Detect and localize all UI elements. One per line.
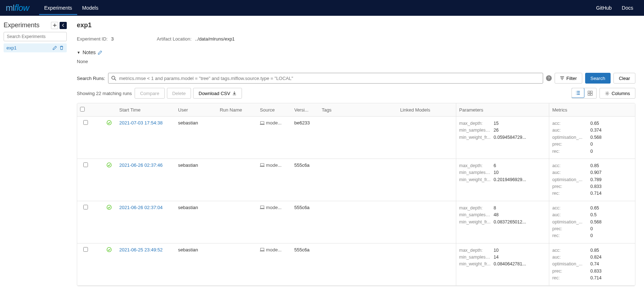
col-user[interactable]: User (175, 103, 217, 117)
svg-point-8 (107, 163, 111, 167)
metric-key: rec: (552, 148, 588, 155)
run-start-time-link[interactable]: 2021-07-03 17:54:38 (119, 120, 163, 126)
metric-value: 0 (590, 148, 593, 155)
edit-icon[interactable] (52, 46, 57, 50)
search-button[interactable]: Search (585, 73, 611, 84)
runs-table: Start Time User Run Name Source Versi...… (77, 103, 635, 286)
metric-key: optimisation_... (552, 219, 588, 226)
metric-key: optimisation_... (552, 134, 588, 141)
metric-value: 0 (590, 226, 593, 232)
artifact-location-label: Artifact Location: (157, 36, 192, 42)
metric-key: auc: (552, 169, 588, 176)
svg-point-0 (112, 76, 115, 79)
collapse-sidebar-button[interactable] (60, 22, 67, 29)
laptop-icon (260, 248, 265, 251)
select-row-checkbox[interactable] (83, 247, 88, 252)
nav-github[interactable]: GitHub (591, 1, 617, 15)
metric-value: 0.85 (590, 247, 599, 254)
table-row: 2021-06-26 02:37:04 sebastian mode... 55… (77, 201, 635, 243)
metric-key: prec: (552, 183, 588, 190)
select-row-checkbox[interactable] (83, 205, 88, 209)
param-value: 48 (494, 212, 499, 218)
clear-button[interactable]: Clear (613, 73, 635, 84)
table-row: 2021-07-03 17:54:38 sebastian mode... be… (77, 117, 635, 159)
run-user: sebastian (175, 201, 217, 243)
run-metrics: acc:0.85auc:0.824optimisation_...0.74pre… (552, 247, 632, 282)
metric-value: 0.568 (590, 134, 601, 141)
param-key: min_weight_fr... (459, 219, 491, 226)
run-version: 555c6a (291, 159, 319, 201)
logo-flow: flow (14, 3, 29, 13)
mlflow-logo[interactable]: mlflow (6, 3, 29, 13)
run-linked-models (397, 159, 456, 201)
search-runs-box[interactable] (108, 73, 543, 84)
param-key: min_weight_fr... (459, 176, 491, 183)
download-csv-button[interactable]: Download CSV (193, 88, 242, 99)
notes-toggle[interactable]: ▼ Notes (77, 49, 635, 55)
run-version: 555c6a (291, 201, 319, 243)
col-version[interactable]: Versi... (291, 103, 319, 117)
col-tags[interactable]: Tags (319, 103, 397, 117)
plus-icon (53, 23, 57, 27)
laptop-icon (260, 205, 265, 209)
select-all-checkbox[interactable] (80, 107, 85, 112)
nav-docs[interactable]: Docs (617, 1, 638, 15)
nav-experiments[interactable]: Experiments (39, 1, 77, 15)
search-experiments-input[interactable] (4, 32, 67, 41)
search-runs-label: Search Runs: (77, 76, 105, 81)
sidebar-item-label: exp1 (6, 45, 17, 51)
caret-down-icon: ▼ (77, 51, 80, 55)
metric-value: 0.833 (590, 268, 601, 275)
param-value: 0.2019496929... (494, 176, 526, 183)
run-source: mode... (260, 120, 289, 126)
filter-button[interactable]: Filter (555, 73, 582, 84)
status-ok-icon (107, 248, 112, 253)
run-metrics: acc:0.65auc:0.5optimisation_...0.568prec… (552, 205, 632, 240)
delete-icon[interactable] (59, 46, 64, 50)
add-experiment-button[interactable] (51, 22, 58, 29)
run-linked-models (397, 243, 456, 285)
table-row: 2021-06-25 23:49:52 sebastian mode... 55… (77, 243, 635, 285)
run-tags (319, 117, 397, 159)
svg-rect-1 (588, 91, 590, 93)
svg-point-12 (107, 247, 111, 252)
metric-value: 0.714 (590, 190, 601, 197)
metric-key: prec: (552, 141, 588, 148)
metric-key: acc: (552, 162, 588, 169)
compare-button[interactable]: Compare (135, 88, 164, 99)
metric-value: 0.374 (590, 127, 601, 134)
run-start-time-link[interactable]: 2021-06-25 23:49:52 (119, 247, 163, 252)
col-run-name[interactable]: Run Name (217, 103, 257, 117)
select-row-checkbox[interactable] (83, 162, 88, 167)
delete-button[interactable]: Delete (167, 88, 191, 99)
edit-notes-icon[interactable] (98, 50, 102, 55)
artifact-location-value: ../data/mlruns/exp1 (195, 36, 235, 42)
status-ok-icon (107, 205, 112, 211)
svg-rect-7 (261, 121, 264, 124)
col-parameters[interactable]: Parameters (456, 103, 549, 117)
grid-view-button[interactable] (584, 88, 596, 98)
svg-rect-4 (591, 94, 592, 95)
select-row-checkbox[interactable] (83, 120, 88, 125)
col-source[interactable]: Source (257, 103, 291, 117)
search-runs-input[interactable] (119, 76, 540, 81)
param-key: min_samples_l... (459, 212, 491, 218)
run-source: mode... (260, 247, 289, 252)
col-metrics[interactable]: Metrics (549, 103, 635, 117)
svg-rect-9 (261, 164, 264, 166)
sidebar-item-exp1[interactable]: exp1 (4, 43, 67, 52)
run-start-time-link[interactable]: 2021-06-26 02:37:46 (119, 162, 163, 168)
run-name (217, 117, 257, 159)
list-view-button[interactable] (571, 88, 584, 98)
metric-key: acc: (552, 205, 588, 212)
col-start-time[interactable]: Start Time (116, 103, 175, 117)
help-icon[interactable]: ? (546, 75, 552, 81)
list-icon (575, 90, 580, 95)
nav-models[interactable]: Models (77, 1, 103, 15)
run-parameters: max_depth:6min_samples_l...10min_weight_… (459, 162, 546, 183)
param-value: 10 (494, 169, 499, 176)
metric-value: 0.789 (590, 176, 601, 183)
columns-button[interactable]: Columns (599, 88, 635, 99)
run-start-time-link[interactable]: 2021-06-26 02:37:04 (119, 205, 163, 210)
col-linked-models[interactable]: Linked Models (397, 103, 456, 117)
